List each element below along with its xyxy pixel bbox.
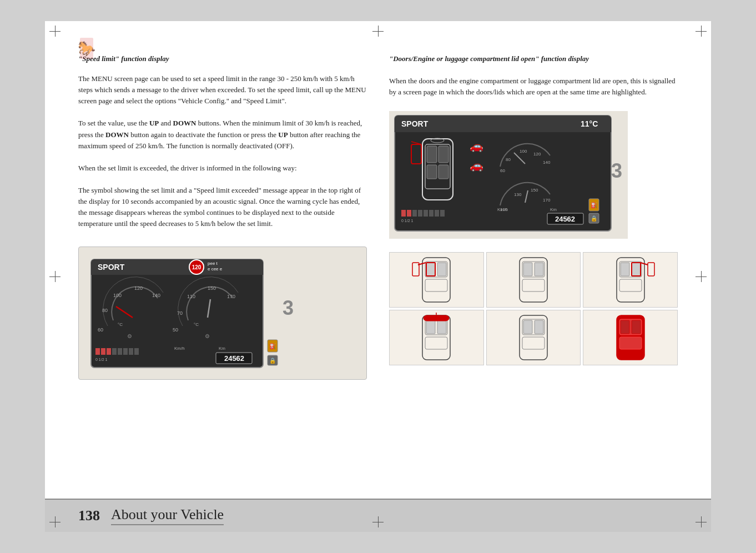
svg-rect-102 (523, 263, 532, 276)
svg-text:°C: °C (118, 322, 123, 327)
svg-rect-122 (523, 320, 532, 334)
right-section-title: "Doors/Engine or luggage compartment lid… (389, 54, 678, 63)
svg-rect-121 (522, 337, 545, 349)
page: 🐎 "Speed limit" function display The MEN… (45, 21, 711, 532)
right-column: "Doors/Engine or luggage compartment lid… (389, 54, 678, 487)
svg-text:3: 3 (283, 296, 294, 319)
svg-text:3: 3 (611, 159, 622, 182)
right-para-1: When the doors and the engine compartmen… (389, 76, 678, 98)
svg-rect-94 (426, 263, 435, 276)
svg-text:🚗: 🚗 (470, 159, 483, 172)
svg-rect-33 (123, 348, 128, 355)
svg-rect-54 (427, 146, 437, 163)
svg-rect-107 (621, 263, 629, 276)
svg-rect-35 (134, 348, 139, 355)
svg-rect-77 (418, 210, 422, 217)
svg-text:⛽: ⛽ (591, 202, 598, 209)
svg-text:11°C: 11°C (581, 119, 598, 128)
left-para-4: The symbol showing the set limit and a "… (78, 185, 367, 230)
svg-text:170: 170 (227, 294, 235, 299)
svg-text:150: 150 (531, 188, 538, 193)
car-variant-grid (389, 252, 678, 365)
svg-rect-128 (632, 320, 641, 334)
svg-rect-126 (619, 337, 642, 349)
svg-text:pee      t: pee t (208, 261, 218, 266)
car-variant-5 (486, 310, 581, 365)
svg-rect-93 (425, 279, 447, 291)
svg-text:170: 170 (543, 198, 551, 203)
svg-text:140: 140 (543, 160, 551, 165)
svg-rect-115 (426, 320, 435, 334)
right-dashboard-container: SPORT 11°C 3 (389, 111, 678, 241)
svg-text:120: 120 (192, 264, 201, 270)
left-para-1: The MENU screen page can be used to set … (78, 73, 367, 107)
car-variant-3 (583, 252, 678, 308)
car-variant-4 (389, 310, 484, 365)
svg-text:SPORT: SPORT (401, 119, 429, 128)
svg-text:130: 130 (514, 192, 522, 197)
svg-text:140: 140 (152, 293, 160, 298)
left-dashboard-container: SPORT 120 pee t e cee e 3 (78, 247, 367, 380)
left-dashboard-svg: SPORT 120 pee t e cee e 3 (85, 254, 296, 376)
svg-text:100: 100 (113, 293, 122, 298)
svg-text:0    1/2    1: 0 1/2 1 (401, 219, 414, 223)
car-variant-6 (583, 310, 678, 365)
svg-text:70: 70 (177, 310, 183, 316)
svg-rect-32 (118, 348, 122, 355)
left-para-2: To set the value, use the UP and DOWN bu… (78, 118, 367, 151)
svg-text:24562: 24562 (555, 215, 575, 223)
svg-rect-29 (101, 348, 105, 355)
left-para-3: When the set limit is exceeded, the driv… (78, 163, 367, 174)
svg-text:Km: Km (550, 207, 557, 212)
svg-rect-103 (535, 263, 543, 276)
svg-rect-76 (412, 210, 417, 217)
svg-text:100: 100 (520, 149, 527, 154)
main-content: "Speed limit" function display The MENU … (45, 21, 711, 499)
svg-text:24562: 24562 (224, 354, 244, 363)
left-column: "Speed limit" function display The MENU … (78, 54, 367, 487)
svg-text:120: 120 (533, 152, 541, 157)
svg-rect-75 (407, 210, 411, 217)
svg-text:SPORT: SPORT (98, 263, 125, 272)
svg-rect-55 (439, 146, 448, 163)
crosshair-top-left (49, 26, 61, 37)
svg-rect-80 (435, 210, 439, 217)
right-dashboard-svg: SPORT 11°C 3 (389, 111, 628, 239)
left-section-title: "Speed limit" function display (78, 54, 367, 63)
svg-rect-74 (401, 210, 406, 217)
svg-text:80: 80 (102, 308, 108, 313)
svg-text:🐎: 🐎 (78, 39, 95, 57)
svg-rect-56 (427, 165, 437, 179)
svg-text:60: 60 (500, 168, 505, 173)
svg-text:Km: Km (219, 346, 225, 351)
svg-text:110: 110 (187, 294, 195, 299)
crosshair-left-center (49, 271, 61, 282)
svg-text:Km/h: Km/h (497, 207, 508, 212)
svg-rect-106 (619, 279, 642, 291)
svg-text:Km/h: Km/h (174, 346, 185, 351)
svg-rect-34 (129, 348, 133, 355)
svg-text:🔒: 🔒 (591, 215, 598, 222)
svg-rect-95 (437, 263, 446, 276)
svg-rect-78 (424, 210, 428, 217)
crosshair-right-center (695, 271, 707, 282)
svg-rect-114 (425, 337, 447, 349)
crosshair-bottom-left (49, 516, 61, 527)
car-variant-2 (486, 252, 581, 308)
ferrari-logo: 🐎 (78, 38, 95, 59)
svg-text:⛽: ⛽ (269, 343, 276, 350)
svg-text:🔒: 🔒 (269, 357, 276, 364)
crosshair-top-center (372, 26, 384, 37)
car-variant-1 (389, 252, 484, 308)
svg-text:0    1/2    1: 0 1/2 1 (95, 358, 108, 361)
svg-rect-116 (437, 320, 446, 334)
svg-text:50: 50 (173, 327, 178, 333)
svg-rect-117 (424, 315, 449, 321)
svg-text:e cee e: e cee e (208, 267, 223, 272)
page-number: 138 (78, 507, 100, 524)
svg-rect-101 (522, 279, 545, 291)
svg-rect-57 (439, 165, 448, 179)
svg-rect-111 (648, 263, 654, 276)
crosshair-bottom-center (372, 516, 384, 527)
svg-rect-81 (440, 210, 445, 217)
